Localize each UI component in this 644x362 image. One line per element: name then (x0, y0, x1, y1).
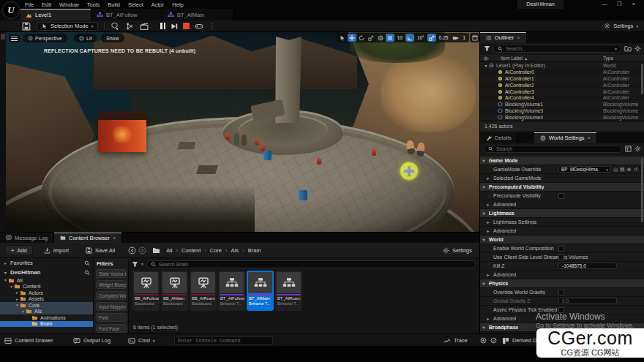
property-global-gravity-z[interactable]: Global Gravity Z0.0 (480, 297, 644, 306)
tab-details[interactable]: Details (480, 132, 518, 143)
browse-icon[interactable]: ▤ (620, 166, 625, 173)
world-local-button[interactable] (376, 34, 385, 42)
tree-item-actors[interactable]: ▸Actors (0, 290, 93, 296)
doc-tab-level1[interactable]: Level1 (20, 9, 91, 20)
create-folder-icon[interactable] (624, 45, 632, 52)
search-icon[interactable] (84, 270, 90, 276)
section-precomputed-visibility[interactable]: ▾Precomputed Visibility (480, 183, 644, 192)
outliner-row-aicontroller0[interactable]: AIController0AIController (480, 69, 644, 75)
add-button[interactable]: + Add (5, 245, 33, 255)
lit-mode-dropdown[interactable]: Lit (74, 34, 97, 42)
show-dropdown[interactable]: Show (101, 34, 124, 42)
property-lightmass-settings[interactable]: ▸Lightmass Settings (480, 218, 644, 227)
camera-speed-button[interactable] (451, 34, 460, 42)
column-item-label[interactable]: Item Label ▲ (501, 56, 528, 61)
clear-icon[interactable]: ⊗ (627, 166, 632, 173)
property-enable-world-composition[interactable]: Enable World Composition (480, 244, 644, 253)
outliner-row-aicontroller2[interactable]: AIController2AIController (480, 82, 644, 88)
filter-chip-compiled-widget-b[interactable]: Compiled Widget B (96, 291, 127, 300)
property-advanced[interactable]: ▸Advanced (480, 227, 644, 235)
selection-mode-dropdown[interactable]: Selection Mode ▾ (37, 22, 98, 31)
section-world[interactable]: ▾World (480, 235, 644, 244)
console-input[interactable]: Enter Console Command (174, 336, 273, 345)
stop-button[interactable] (183, 23, 190, 29)
value-input[interactable]: -1048575.0 (558, 263, 617, 269)
property-kill-z[interactable]: Kill Z-1048575.0 (480, 262, 644, 271)
property-advanced[interactable]: ▸Advanced (480, 314, 644, 323)
menu-build[interactable]: Build (108, 1, 120, 8)
section-physics[interactable]: ▾Physics (480, 279, 644, 288)
minimize-button[interactable]: — (597, 0, 612, 9)
asset-bt_aimain[interactable]: BT_AIMainBehavior T... (247, 271, 274, 311)
menu-edit[interactable]: Edit (42, 1, 51, 8)
filter-chip-input-mapping-con[interactable]: Input Mapping Con (96, 302, 127, 311)
asset-bt_aifollow[interactable]: BT_AIFollowBehavior T... (218, 271, 245, 311)
use-selected-icon[interactable]: ◎ (613, 166, 618, 173)
checkbox[interactable] (558, 290, 564, 295)
close-icon[interactable]: × (517, 34, 520, 41)
breadcrumb-content[interactable]: Content (181, 247, 201, 254)
property-selected-gamemode[interactable]: ▸Selected GameMode (480, 174, 644, 183)
cmd-dropdown[interactable]: Cmd ▾ (128, 334, 155, 347)
property-precompute-visibility[interactable]: Precompute Visibility (480, 192, 644, 200)
outliner-row-aicontroller4[interactable]: AIController4AIController (480, 94, 644, 101)
property-advanced[interactable]: ▸Advanced (480, 271, 644, 279)
forward-icon[interactable] (138, 246, 146, 254)
property-gamemode-override[interactable]: GameMode OverrideBP_MDesigHitma▾◎▤⊗↺ (480, 165, 644, 174)
property-override-world-gravity[interactable]: Override World Gravity (480, 288, 644, 297)
outliner-row-aicontroller1[interactable]: AIController1AIController (480, 75, 644, 82)
grid-snap-value[interactable]: 10 (395, 35, 405, 40)
checkbox[interactable] (558, 254, 564, 260)
section-lightmass[interactable]: ▾Lightmass (480, 209, 644, 218)
search-icon[interactable] (84, 260, 90, 266)
cinematics-icon[interactable] (140, 22, 149, 31)
move-tool-button[interactable] (348, 34, 356, 42)
back-icon[interactable] (128, 246, 136, 254)
editor-settings-dropdown[interactable]: Settings ▾ (604, 23, 638, 29)
tree-item-brain[interactable]: Brain (0, 321, 93, 328)
close-button[interactable]: × (626, 0, 641, 9)
revision-control-icon[interactable] (490, 337, 497, 344)
eye-icon[interactable] (483, 56, 489, 61)
breadcrumb-all[interactable]: All (166, 247, 172, 254)
property-advanced[interactable]: ▸Advanced (480, 200, 644, 209)
frame-skip-button[interactable] (171, 23, 178, 30)
perspective-dropdown[interactable]: Perspective (23, 34, 67, 42)
rotation-snap-value[interactable]: 10° (415, 35, 427, 40)
filter-chip-font-face[interactable]: Font Face (96, 324, 127, 333)
property-async-physics-tick-enabled[interactable]: Async Physics Tick Enabled (480, 306, 644, 314)
gamemode-override-dropdown[interactable]: BP_MDesigHitma▾ (558, 166, 611, 173)
import-button[interactable]: Import (38, 245, 75, 255)
menu-window[interactable]: Window (59, 1, 79, 8)
viewport-menu-button[interactable] (9, 34, 20, 42)
outliner-row-level1 (play in editor)[interactable]: ▾Level1 (Play In Editor)World (480, 62, 644, 69)
outliner-row-blockingvolume3[interactable]: BlockingVolume3BlockingVolume (480, 108, 644, 114)
save-icon[interactable] (22, 22, 31, 31)
maximize-button[interactable]: ❐ (612, 0, 626, 9)
outliner-scrollbar[interactable] (641, 64, 643, 94)
checkbox[interactable] (558, 307, 564, 313)
content-browser-settings[interactable]: Settings (443, 247, 472, 254)
outliner-row-aicontroller3[interactable]: AIController3AIController (480, 88, 644, 95)
project-header[interactable]: ▾ DesiHitman (0, 268, 93, 277)
checkbox[interactable] (558, 193, 564, 199)
filter-chip-slate-vector-art-d[interactable]: Slate Vector Art D (96, 269, 127, 278)
tree-item-ais[interactable]: ▾AIs (0, 309, 93, 315)
section-game-mode[interactable]: ▾Game Mode (480, 157, 644, 165)
menu-tools[interactable]: Tools (87, 1, 100, 8)
outliner-row-blockingvolume1[interactable]: BlockingVolume1BlockingVolume (480, 101, 644, 108)
tab-outliner[interactable]: Outliner × (480, 32, 527, 43)
filter-funnel-icon[interactable] (484, 45, 490, 52)
filter-funnel-icon[interactable] (132, 261, 138, 268)
status-circle-icon[interactable] (480, 337, 487, 344)
doc-tab-bt_aimain[interactable]: BT_AIMain (162, 9, 233, 20)
tree-item-all[interactable]: ▾All (0, 277, 93, 284)
rotate-tool-button[interactable] (357, 34, 366, 42)
gear-icon[interactable] (634, 45, 641, 52)
camera-speed-value[interactable]: 1 (460, 35, 468, 40)
dock-icon[interactable] (1, 34, 5, 39)
tab-message-log[interactable]: Message Log (0, 233, 54, 243)
trace-button[interactable]: Trace (443, 334, 468, 347)
asset-bb_airoam[interactable]: BB_AIRoamBlackboard (190, 271, 217, 311)
unreal-logo-icon[interactable]: U (2, 1, 20, 19)
